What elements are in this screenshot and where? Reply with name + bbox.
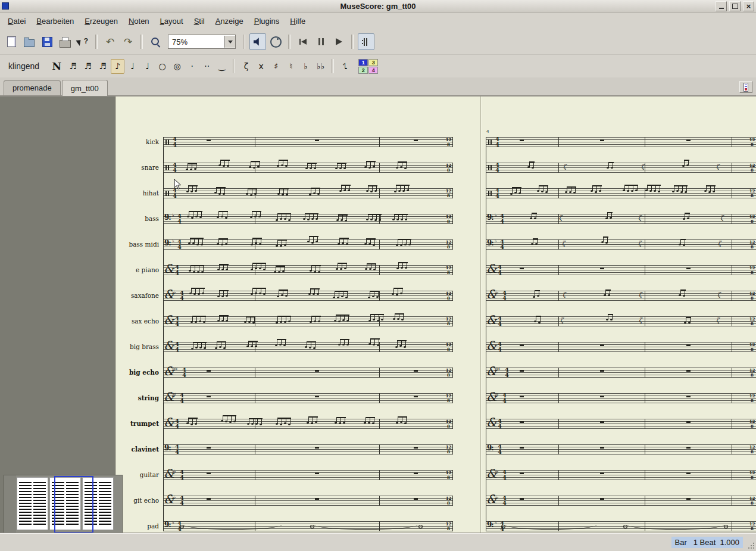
menu-stil[interactable]: Stil: [189, 14, 210, 28]
score-view[interactable]: 44128kick44128444128snare44128ζζζ44128hi…: [0, 96, 756, 533]
barline: [163, 137, 164, 147]
staff-clavinet-sys2[interactable]: 9:44128: [486, 444, 756, 455]
staff-e-piano-sys2[interactable]: &44128: [486, 265, 756, 275]
staff-snare-sys2[interactable]: 44128ζζζ: [486, 163, 756, 173]
natural-button[interactable]: ♮: [284, 59, 298, 74]
rest-button[interactable]: ζ: [239, 59, 253, 74]
zoom-select[interactable]: 75%: [168, 35, 236, 49]
staff-big-echo-sys2[interactable]: &♯♯♯44128: [486, 368, 756, 378]
voice-3-button[interactable]: 3: [368, 59, 378, 66]
note-8th-button[interactable]: ♪: [111, 59, 124, 74]
note-entry-button[interactable]: N: [48, 58, 65, 74]
staff-hihat-sys1[interactable]: 44128hihat: [163, 188, 453, 198]
note-quarter-button[interactable]: ♩: [126, 59, 139, 74]
staff-bass-sys2[interactable]: 9:♭44128ζζζ: [486, 214, 756, 224]
save-button[interactable]: [39, 33, 55, 50]
menu-erzeugen[interactable]: Erzeugen: [79, 14, 123, 28]
staff-bass-sys1[interactable]: 9:♭44128bass: [163, 214, 453, 224]
zoom-dropdown-arrow[interactable]: [224, 36, 235, 48]
navigator-viewport[interactable]: [54, 476, 93, 533]
menu-plugins[interactable]: Plugins: [249, 14, 285, 28]
voice-1-button[interactable]: 1: [358, 59, 368, 66]
menu-layout[interactable]: Layout: [155, 14, 189, 28]
navigator-page-thumbnail[interactable]: [17, 477, 48, 530]
double-sharp-button[interactable]: x: [254, 59, 268, 74]
note-half-button[interactable]: ♩: [140, 59, 154, 74]
staff-guitar-sys1[interactable]: &♭♭44128guitar: [163, 470, 453, 480]
tie-button[interactable]: ‿: [215, 59, 229, 74]
note-breve-button[interactable]: ◎: [170, 59, 184, 74]
staff-sax-echo-sys1[interactable]: &44128sax echo: [163, 316, 453, 326]
menu-noten[interactable]: Noten: [123, 14, 155, 28]
tab-promenade[interactable]: promenade: [4, 80, 61, 95]
print-button[interactable]: [57, 33, 73, 50]
staff-string-sys2[interactable]: &♯♯44128: [486, 393, 756, 403]
whats-this-button[interactable]: ?: [74, 33, 91, 50]
note-stem: [265, 264, 265, 270]
staff-git-echo-sys2[interactable]: &♭♭44128: [486, 496, 756, 506]
quarter-rest: ζ: [717, 291, 720, 298]
menu-anzeige[interactable]: Anzeige: [210, 14, 249, 28]
play-button[interactable]: [330, 33, 347, 50]
staff-big-brass-sys2[interactable]: &44128: [486, 342, 756, 352]
menu-datei[interactable]: Datei: [2, 14, 31, 28]
staff-bass-midi-sys2[interactable]: 9:♭44128ζζζ: [486, 239, 756, 250]
minimize-button[interactable]: [716, 1, 727, 11]
staff-clavinet-sys1[interactable]: 9:44128clavinet: [163, 444, 453, 455]
staff-saxafone-sys1[interactable]: &♭♭44128saxafone: [163, 291, 453, 301]
zoom-tool-button[interactable]: [147, 33, 164, 50]
flat-button[interactable]: ♭: [299, 59, 313, 74]
menu-bearbeiten[interactable]: Bearbeiten: [31, 14, 79, 28]
tab-gm_tt00[interactable]: gm_tt00: [62, 80, 108, 96]
maximize-button[interactable]: [729, 1, 741, 11]
note-stem: [287, 161, 288, 166]
note-16th-button[interactable]: ♬: [96, 59, 110, 74]
new-file-button[interactable]: [3, 33, 20, 50]
note-stem: [383, 315, 383, 320]
titlebar[interactable]: MuseScore: gm_tt00 ×: [0, 0, 756, 13]
double-flat-button[interactable]: ♭♭: [314, 59, 327, 74]
redo-button[interactable]: ↷: [120, 33, 136, 50]
staff-hihat-sys2[interactable]: 44128: [486, 188, 756, 198]
staff-big-brass-sys1[interactable]: &44128big brass: [163, 342, 453, 352]
rewind-button[interactable]: [295, 33, 311, 50]
staff-git-echo-sys1[interactable]: &♭♭44128git echo: [163, 496, 453, 506]
tab-bar-corner-button[interactable]: [739, 81, 752, 93]
note-64th-button[interactable]: ♬: [66, 59, 80, 74]
staff-trumpet-sys1[interactable]: &44128trumpet: [163, 419, 453, 429]
close-button[interactable]: ×: [743, 1, 754, 11]
concert-pitch-toggle[interactable]: klingend: [2, 59, 48, 73]
staff-kick-sys1[interactable]: 44128kick: [163, 137, 453, 147]
menu-hilfe[interactable]: Hilfe: [285, 14, 311, 28]
augmentation-dot-button[interactable]: ·: [185, 59, 199, 74]
play-panel-button[interactable]: [249, 33, 266, 50]
sharp-button[interactable]: ♯: [269, 59, 283, 74]
note-32nd-button[interactable]: ♬: [81, 59, 95, 74]
staff-pad-sys2[interactable]: 9:♭44128: [486, 521, 756, 531]
staff-bass-midi-sys1[interactable]: 9:♭44128bass midi: [163, 239, 453, 250]
resize-grip[interactable]: [746, 541, 755, 549]
pause-button[interactable]: [313, 33, 329, 50]
note-whole-button[interactable]: ○: [155, 59, 169, 74]
midi-input-button[interactable]: [267, 33, 284, 50]
open-file-button[interactable]: [21, 33, 38, 50]
staff-trumpet-sys2[interactable]: &44128: [486, 419, 756, 429]
voice-4-button[interactable]: 4: [368, 67, 378, 74]
staff-saxafone-sys2[interactable]: &♭♭44128ζζζ: [486, 291, 756, 301]
undo-button[interactable]: ↶: [102, 33, 118, 50]
voice-2-button[interactable]: 2: [358, 67, 368, 74]
repeat-toggle-button[interactable]: [358, 33, 374, 50]
double-dot-button[interactable]: ··: [200, 59, 214, 74]
navigator[interactable]: [4, 475, 123, 533]
staff-pad-sys1[interactable]: 9:♭44128pad: [163, 521, 453, 531]
note-stem: [397, 341, 398, 347]
score-page[interactable]: 44128kick44128444128snare44128ζζζ44128hi…: [115, 96, 756, 533]
staff-guitar-sys2[interactable]: &♭♭44128: [486, 470, 756, 480]
staff-string-sys1[interactable]: &♯♯44128string: [163, 393, 453, 403]
staff-snare-sys1[interactable]: 44128snare: [163, 163, 453, 173]
staff-sax-echo-sys2[interactable]: &44128ζζζ: [486, 316, 756, 326]
staff-kick-sys2[interactable]: 441284: [486, 137, 756, 147]
staff-big-echo-sys1[interactable]: &♯♯♯44128big echo: [163, 368, 453, 378]
staff-e-piano-sys1[interactable]: &44128e piano: [163, 265, 453, 275]
flip-direction-button[interactable]: ♪: [338, 59, 352, 74]
